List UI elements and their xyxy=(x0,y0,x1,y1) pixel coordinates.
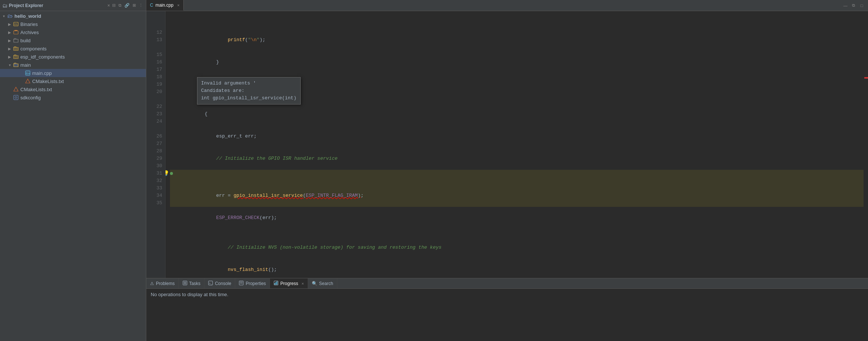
tree-item-components[interactable]: ▶ components xyxy=(0,44,146,53)
cmake-file-icon xyxy=(24,78,31,84)
tree-item-build[interactable]: ▶ build xyxy=(0,36,146,44)
svg-rect-3 xyxy=(14,30,17,31)
progress-icon xyxy=(274,281,278,287)
tree-arrow-binaries: ▶ xyxy=(7,22,13,26)
filter-icon[interactable]: ⊞ xyxy=(132,2,137,9)
editor-area: C main.cpp × — ⧉ □ 12 13 xyxy=(146,0,868,341)
tree-item-sdkconfig[interactable]: ▶ sdkconfig xyxy=(0,93,146,102)
error-hint-btn[interactable]: 💡 xyxy=(166,170,169,177)
bottom-content: No operations to display at this time. xyxy=(146,289,868,341)
tree-label-cmakelists-main: CMakeLists.txt xyxy=(32,79,64,84)
bottom-panel: ⚠ Problems Tasks >_ Console xyxy=(146,278,868,341)
sdkconfig-file-icon xyxy=(13,95,19,100)
tree-item-binaries[interactable]: ▶ 01 Binaries xyxy=(0,20,146,28)
svg-rect-4 xyxy=(15,48,17,50)
tree-label-components: components xyxy=(20,46,47,52)
link-icon[interactable]: 🔗 xyxy=(124,2,130,9)
tree-label-main-cpp: main.cpp xyxy=(32,70,52,76)
tab-tasks[interactable]: Tasks xyxy=(179,278,205,288)
tree-item-esp-idf-components[interactable]: ▶ esp_idf_components xyxy=(0,53,146,61)
components-folder-icon xyxy=(13,46,19,52)
tab-progress-close[interactable]: × xyxy=(301,281,304,286)
svg-text:>_: >_ xyxy=(209,282,213,285)
code-line-16: { xyxy=(170,103,864,125)
project-explorer-icon: 🗂 xyxy=(2,3,7,9)
tree-arrow-components: ▶ xyxy=(7,47,13,51)
sidebar-header: 🗂 Project Explorer × ⊟ ⧉ 🔗 ⊞ ⋮ xyxy=(0,0,146,11)
tab-properties[interactable]: Properties xyxy=(235,278,270,288)
close-icon[interactable]: × xyxy=(107,3,110,8)
code-line-19: 🔧 💡 err = gpio_install_isr_service(ESP_I… xyxy=(170,170,864,207)
svg-text:01: 01 xyxy=(14,23,17,26)
tree-item-hello_world[interactable]: ▾ 🗁 hello_world xyxy=(0,12,146,20)
minimize-editor-btn[interactable]: — xyxy=(842,2,849,9)
code-content[interactable]: printf("\n"); } ⊟ extern "C" void app_ma… xyxy=(166,11,868,278)
code-line xyxy=(170,14,864,21)
tree-label-cmakelists-root: CMakeLists.txt xyxy=(20,87,52,92)
tab-problems[interactable]: ⚠ Problems xyxy=(146,278,179,288)
more-icon[interactable]: ⋮ xyxy=(138,2,144,9)
tree-item-cmakelists-main[interactable]: ▶ CMakeLists.txt xyxy=(0,77,146,85)
tooltip-popup: Invalid arguments ' Candidates are: int … xyxy=(197,77,301,105)
code-line-17: esp_err_t err; xyxy=(170,125,864,148)
svg-rect-24 xyxy=(277,281,277,285)
minimize-icon[interactable]: ⊟ xyxy=(111,2,116,9)
tab-main-cpp-label: main.cpp xyxy=(156,3,174,8)
svg-rect-22 xyxy=(274,283,275,285)
svg-rect-2 xyxy=(14,31,18,34)
tooltip-line3: int gpio_install_isr_service(int) xyxy=(201,95,297,102)
tree-item-cmakelists-root[interactable]: ▶ CMakeLists.txt xyxy=(0,85,146,93)
cmake-root-file-icon xyxy=(13,86,19,92)
tooltip-line1: Invalid arguments ' xyxy=(201,80,297,87)
archives-icon xyxy=(13,29,19,35)
editor-toolbar-right: — ⧉ □ xyxy=(842,0,868,11)
no-operations-text: No operations to display at this time. xyxy=(151,292,228,297)
code-editor[interactable]: 12 13 15 16 17 18 19 20 22 23 24 26 27 xyxy=(146,11,868,278)
tab-progress[interactable]: Progress × xyxy=(270,278,308,288)
tab-console-label: Console xyxy=(215,281,231,286)
editor-tabs: C main.cpp × — ⧉ □ xyxy=(146,0,868,11)
tab-console[interactable]: >_ Console xyxy=(204,278,235,288)
tree-item-main[interactable]: ▾ main xyxy=(0,61,146,69)
tab-cpp-icon: C xyxy=(150,3,153,8)
cpp-file-icon: C++ xyxy=(24,70,31,76)
binaries-icon: 01 xyxy=(13,21,19,27)
code-line-20: ESP_ERROR_CHECK(err); xyxy=(170,207,864,229)
code-line-blank2 xyxy=(170,229,864,236)
code-line xyxy=(170,21,864,29)
error-dot xyxy=(170,172,173,175)
sidebar: 🗂 Project Explorer × ⊟ ⧉ 🔗 ⊞ ⋮ ▾ 🗁 hello… xyxy=(0,0,146,341)
tree-label-main: main xyxy=(20,62,31,68)
esp-idf-folder-icon xyxy=(13,54,19,60)
tab-search-label: Search xyxy=(319,281,333,286)
bottom-tabs: ⚠ Problems Tasks >_ Console xyxy=(146,278,868,289)
maximize-editor-btn[interactable]: □ xyxy=(858,2,865,9)
tree-arrow-hello_world: ▾ xyxy=(1,14,7,18)
tab-tasks-label: Tasks xyxy=(189,281,201,286)
tree-label-sdkconfig: sdkconfig xyxy=(20,95,41,100)
properties-icon xyxy=(239,281,244,287)
tab-search[interactable]: 🔍 Search xyxy=(308,278,337,288)
code-line-23: nvs_flash_init(); xyxy=(170,259,864,278)
build-folder-icon xyxy=(13,37,19,43)
search-icon: 🔍 xyxy=(312,281,317,286)
tab-progress-label: Progress xyxy=(280,281,298,286)
line-numbers: 12 13 15 16 17 18 19 20 22 23 24 26 27 xyxy=(146,11,166,278)
tab-main-cpp[interactable]: C main.cpp × xyxy=(146,0,184,11)
code-line-13: } xyxy=(170,51,864,73)
tree-arrow-main: ▾ xyxy=(7,63,13,67)
tree-arrow-build: ▶ xyxy=(7,39,13,43)
code-line-12: printf("\n"); xyxy=(170,29,864,51)
svg-rect-10 xyxy=(14,95,18,100)
sidebar-title: Project Explorer xyxy=(9,3,106,8)
tab-close-btn[interactable]: × xyxy=(177,3,179,7)
tree-item-archives[interactable]: ▶ Archives xyxy=(0,28,146,36)
tree-item-main-cpp[interactable]: ▶ C++ main.cpp xyxy=(0,69,146,77)
svg-text:C++: C++ xyxy=(26,72,30,75)
tasks-icon xyxy=(183,281,187,287)
restore-icon[interactable]: ⧉ xyxy=(118,2,122,9)
tab-properties-label: Properties xyxy=(246,281,266,286)
tree-label-build: build xyxy=(20,38,30,43)
error-scrollbar-marker xyxy=(864,77,868,79)
restore-editor-btn[interactable]: ⧉ xyxy=(850,2,857,9)
